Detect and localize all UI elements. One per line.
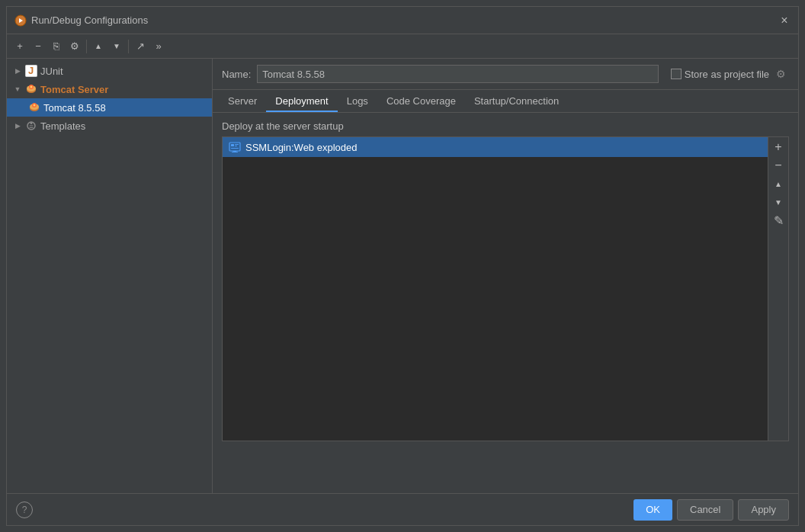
name-label: Name: <box>222 69 251 80</box>
deploy-list-container: SSMLogin:Web exploded + − ▲ ▼ ✎ <box>222 136 789 441</box>
toolbar: + − ⎘ ⚙ ▲ ▼ ↗ » <box>7 34 798 59</box>
title-bar-left: Run/Debug Configurations <box>14 14 148 27</box>
add-config-button[interactable]: + <box>11 38 28 55</box>
store-row: Store as project file ⚙ <box>671 66 789 82</box>
bottom-bar: ? OK Cancel Apply <box>7 493 798 525</box>
svg-rect-20 <box>231 148 239 149</box>
tomcat-server-arrow-icon: ▼ <box>13 85 22 94</box>
svg-text:J: J <box>28 65 34 76</box>
deploy-section: Deploy at the server startup <box>222 120 789 441</box>
sidebar-item-tomcat858[interactable]: Tomcat 8.5.58 <box>7 98 212 117</box>
svg-rect-14 <box>30 126 34 127</box>
right-panel: Name: Store as project file ⚙ Server Dep… <box>213 59 798 493</box>
tomcat-server-icon <box>25 83 37 95</box>
title-bar: Run/Debug Configurations × <box>7 7 798 34</box>
copy-config-button[interactable]: ⎘ <box>48 38 65 55</box>
templates-icon <box>25 120 37 132</box>
remove-config-button[interactable]: − <box>30 38 47 55</box>
more-button[interactable]: » <box>150 38 167 55</box>
store-label: Store as project file <box>685 69 769 80</box>
apply-button[interactable]: Apply <box>738 499 789 521</box>
ssm-item-label: SSMLogin:Web exploded <box>245 142 357 153</box>
tomcat858-label: Tomcat 8.5.58 <box>43 102 206 114</box>
deploy-edit-button[interactable]: ✎ <box>770 212 787 229</box>
ssm-web-icon <box>229 141 241 153</box>
svg-rect-22 <box>232 152 238 152</box>
svg-rect-15 <box>30 127 34 128</box>
help-button[interactable]: ? <box>16 502 33 518</box>
deploy-down-button[interactable]: ▼ <box>770 194 787 210</box>
svg-rect-16 <box>229 143 240 151</box>
move-to-group-button[interactable]: ↗ <box>132 38 149 55</box>
svg-point-13 <box>30 122 33 124</box>
deploy-item-ssm[interactable]: SSMLogin:Web exploded <box>223 137 768 157</box>
svg-rect-18 <box>235 144 239 145</box>
tab-startup-connection[interactable]: Startup/Connection <box>465 91 568 112</box>
svg-rect-17 <box>231 144 234 146</box>
close-button[interactable]: × <box>778 14 791 27</box>
deploy-section-label: Deploy at the server startup <box>222 120 789 132</box>
sidebar-item-templates[interactable]: ▶ Templates <box>7 117 212 135</box>
svg-rect-19 <box>235 146 237 146</box>
templates-arrow-icon: ▶ <box>13 121 22 130</box>
name-input[interactable] <box>257 65 658 83</box>
sidebar-item-junit[interactable]: ▶ J JUnit <box>7 62 212 80</box>
dialog-icon <box>14 14 27 27</box>
tab-content: Deploy at the server startup <box>213 113 798 493</box>
move-up-button[interactable]: ▲ <box>90 38 107 55</box>
svg-point-7 <box>30 86 33 88</box>
bottom-right-buttons: OK Cancel Apply <box>633 499 789 521</box>
junit-label: JUnit <box>40 66 206 77</box>
store-gear-button[interactable]: ⚙ <box>772 66 789 82</box>
templates-label: Templates <box>40 120 206 132</box>
deploy-add-button[interactable]: + <box>770 139 787 155</box>
deploy-remove-button[interactable]: − <box>770 157 787 174</box>
dialog-title: Run/Debug Configurations <box>31 14 148 26</box>
sidebar-item-tomcat-server[interactable]: ▼ Tomcat Server <box>7 80 212 98</box>
sidebar: ▶ J JUnit ▼ <box>7 59 213 493</box>
deploy-action-buttons: + − ▲ ▼ ✎ <box>768 137 788 441</box>
svg-point-11 <box>34 104 36 107</box>
tab-server[interactable]: Server <box>219 91 266 112</box>
junit-icon: J <box>25 65 37 77</box>
cancel-button[interactable]: Cancel <box>677 499 733 521</box>
move-down-button[interactable]: ▼ <box>108 38 125 55</box>
junit-arrow-icon: ▶ <box>13 66 22 75</box>
store-checkbox[interactable] <box>671 69 682 79</box>
tab-code-coverage[interactable]: Code Coverage <box>377 91 465 112</box>
deploy-list: SSMLogin:Web exploded <box>223 137 768 441</box>
settings-config-button[interactable]: ⚙ <box>66 38 83 55</box>
tabs-bar: Server Deployment Logs Code Coverage Sta… <box>213 90 798 113</box>
toolbar-separator-2 <box>128 40 129 53</box>
run-debug-dialog: Run/Debug Configurations × + − ⎘ ⚙ ▲ ▼ ↗… <box>6 6 799 526</box>
tomcat858-icon <box>28 101 40 114</box>
tab-logs[interactable]: Logs <box>338 91 377 112</box>
main-content: ▶ J JUnit ▼ <box>7 59 798 493</box>
tab-deployment[interactable]: Deployment <box>266 91 337 112</box>
name-row: Name: Store as project file ⚙ <box>213 59 798 90</box>
tomcat-server-label: Tomcat Server <box>40 84 206 95</box>
deploy-up-button[interactable]: ▲ <box>770 175 787 192</box>
ok-button[interactable]: OK <box>633 499 672 521</box>
toolbar-separator-1 <box>86 40 87 53</box>
